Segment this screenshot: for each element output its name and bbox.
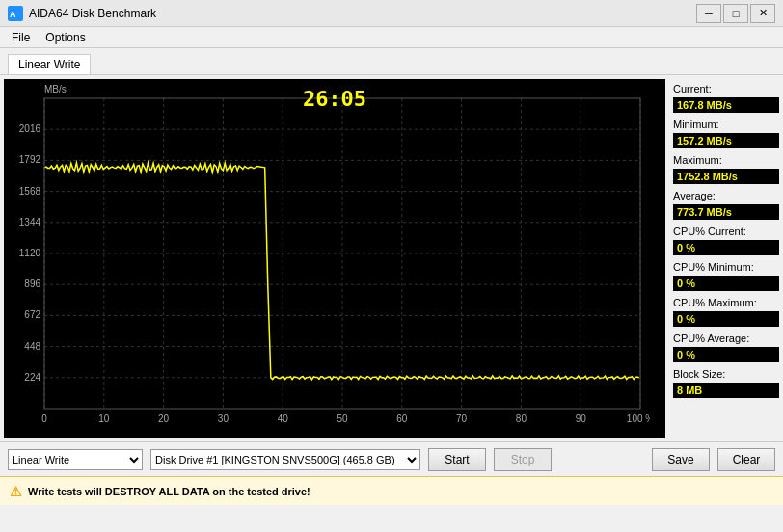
menu-bar: File Options [0, 27, 783, 48]
block-size-value: 8 MB [673, 383, 779, 398]
drive-select[interactable]: Disk Drive #1 [KINGSTON SNVS500G] (465.8… [150, 449, 420, 470]
cpu-max-value: 0 % [673, 311, 779, 327]
current-label: Current: [673, 83, 779, 94]
svg-text:A: A [10, 10, 16, 19]
chart-timer: 26:05 [303, 87, 366, 111]
stop-button[interactable]: Stop [494, 448, 552, 471]
stats-panel: Current: 167.8 MB/s Minimum: 157.2 MB/s … [669, 79, 783, 441]
main-content: 26:05 Current: 167.8 MB/s Minimum: 157.2… [0, 75, 783, 441]
block-size-label: Block Size: [673, 368, 779, 380]
window-controls: ─ □ ✕ [696, 4, 775, 23]
chart-area: 26:05 [4, 79, 665, 438]
window-title: AIDA64 Disk Benchmark [29, 7, 156, 20]
warning-icon: ⚠ [10, 484, 22, 499]
cpu-avg-value: 0 % [673, 347, 779, 362]
maximize-button[interactable]: □ [723, 4, 748, 23]
tab-linear-write[interactable]: Linear Write [8, 54, 91, 74]
clear-button[interactable]: Clear [717, 448, 775, 471]
app-icon: A [8, 6, 23, 21]
maximum-label: Maximum: [673, 154, 779, 166]
cpu-avg-label: CPU% Average: [673, 332, 779, 344]
start-button[interactable]: Start [428, 448, 486, 471]
menu-options[interactable]: Options [38, 29, 93, 46]
cpu-min-value: 0 % [673, 276, 779, 291]
warning-bar: ⚠ Write tests will DESTROY ALL DATA on t… [0, 476, 783, 505]
warning-text: Write tests will DESTROY ALL DATA on the… [28, 486, 310, 497]
minimum-value: 157.2 MB/s [673, 133, 779, 148]
minimize-button[interactable]: ─ [696, 4, 721, 23]
tab-bar: Linear Write [0, 48, 783, 75]
average-value: 773.7 MB/s [673, 204, 779, 220]
save-button[interactable]: Save [652, 448, 710, 471]
cpu-current-label: CPU% Current: [673, 226, 779, 237]
title-bar-left: A AIDA64 Disk Benchmark [8, 6, 156, 21]
cpu-max-label: CPU% Maximum: [673, 297, 779, 308]
title-bar: A AIDA64 Disk Benchmark ─ □ ✕ [0, 0, 783, 27]
current-value: 167.8 MB/s [673, 97, 779, 113]
maximum-value: 1752.8 MB/s [673, 169, 779, 184]
menu-file[interactable]: File [4, 29, 38, 46]
cpu-min-label: CPU% Minimum: [673, 261, 779, 273]
average-label: Average: [673, 190, 779, 201]
mode-select[interactable]: Linear Write Linear Read Random Write Ra… [8, 449, 143, 470]
close-button[interactable]: ✕ [750, 4, 775, 23]
cpu-current-value: 0 % [673, 240, 779, 255]
bottom-controls: Linear Write Linear Read Random Write Ra… [0, 441, 783, 476]
minimum-label: Minimum: [673, 119, 779, 130]
